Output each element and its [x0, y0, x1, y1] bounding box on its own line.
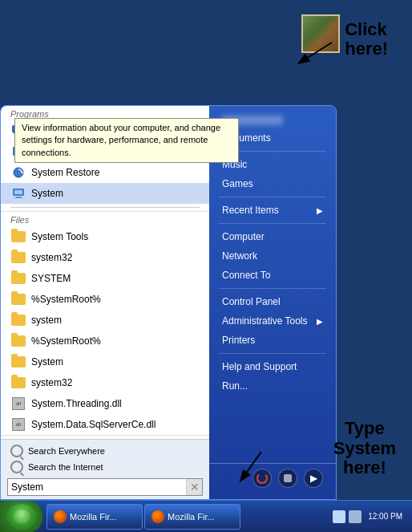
- right-item-arrow-recent: ▶: [317, 206, 323, 215]
- files-label: Files: [1, 212, 209, 226]
- right-item-connect-to[interactable]: Connect To: [209, 266, 336, 285]
- menu-item-system-title[interactable]: System: [1, 351, 209, 372]
- svg-rect-9: [14, 190, 22, 194]
- systray-item-2[interactable]: [349, 510, 362, 523]
- folder-icon-1: [10, 250, 26, 266]
- right-item-run[interactable]: Run...: [209, 376, 336, 396]
- search-clear-button[interactable]: ✕: [186, 479, 202, 495]
- firefox-icon-2: [151, 510, 164, 523]
- folder-icon-6: [10, 354, 26, 370]
- arrow-button[interactable]: ▶: [304, 469, 323, 488]
- right-item-network[interactable]: Network: [209, 246, 336, 266]
- type-here-annotation: Type System here!: [333, 419, 396, 477]
- folder-icon-3: [10, 291, 26, 307]
- user-thumbnail: [301, 14, 340, 53]
- dll-icon-1: dll: [10, 396, 26, 412]
- taskbar-item-firefox-1[interactable]: Mozilla Fir...: [46, 504, 143, 530]
- right-divider-5: [219, 353, 326, 354]
- taskbar-right: 12:00 PM: [326, 510, 412, 523]
- menu-item-system-restore[interactable]: System Restore: [1, 162, 209, 183]
- right-item-help-support[interactable]: Help and Support: [209, 357, 336, 376]
- taskbar-item-firefox-2[interactable]: Mozilla Fir...: [144, 504, 240, 530]
- clock: 12:00 PM: [365, 512, 406, 521]
- menu-item-system-data-sqlserverce[interactable]: dll System.Data.SqlServerCe.dll: [1, 414, 209, 435]
- search-everywhere-icon: [10, 445, 23, 457]
- menu-item-system-threading[interactable]: dll System.Threading.dll: [1, 393, 209, 414]
- dll-icon-2: dll: [10, 416, 26, 433]
- taskbar-items: Mozilla Fir... Mozilla Fir...: [43, 504, 326, 530]
- systray-item-1[interactable]: [333, 510, 345, 523]
- taskbar: Mozilla Fir... Mozilla Fir... 12:00 PM: [0, 500, 412, 532]
- folder-icon-7: [10, 375, 26, 391]
- folder-icon-0: [10, 229, 26, 245]
- firefox-icon-1: [54, 510, 67, 523]
- menu-item-system32-2[interactable]: system32: [1, 372, 209, 393]
- right-item-printers[interactable]: Printers: [209, 331, 336, 350]
- lock-button[interactable]: [278, 469, 297, 488]
- search-input-row[interactable]: ✕: [7, 478, 203, 496]
- left-panel: Programs System Configuration: [1, 106, 209, 499]
- right-item-control-panel[interactable]: Control Panel: [209, 292, 336, 311]
- search-bar: Search Everywhere Search the Internet ✕: [1, 439, 209, 499]
- right-item-admin-tools[interactable]: Administrative Tools ▶: [209, 311, 336, 331]
- folder-icon-4: [10, 312, 26, 328]
- search-internet-icon: [10, 461, 23, 473]
- user-avatar-image: [303, 16, 338, 51]
- right-item-games[interactable]: Games: [209, 174, 336, 193]
- right-divider-2: [219, 197, 326, 197]
- shutdown-row: ▶: [209, 463, 336, 493]
- right-item-computer[interactable]: Computer: [209, 227, 336, 246]
- menu-item-systemroot-2[interactable]: %SystemRoot%: [1, 331, 209, 351]
- computer-icon: [10, 185, 26, 201]
- menu-item-system-lower[interactable]: system: [1, 310, 209, 331]
- start-menu: Programs System Configuration: [0, 105, 337, 500]
- folder-icon-5: [10, 333, 26, 349]
- menu-item-system32-1[interactable]: system32: [1, 247, 209, 268]
- right-divider-3: [219, 223, 326, 224]
- files-section: Files System Tools system32 SYSTEM: [1, 211, 209, 435]
- menu-item-systemroot-1[interactable]: %SystemRoot%: [1, 289, 209, 310]
- divider-programs-files: [10, 207, 200, 208]
- search-everywhere-item[interactable]: Search Everywhere: [7, 443, 203, 459]
- menu-item-system[interactable]: System: [1, 183, 209, 204]
- search-internet-item[interactable]: Search the Internet: [7, 459, 203, 475]
- restore-icon: [10, 164, 26, 181]
- search-input[interactable]: [8, 479, 186, 495]
- right-divider-4: [219, 288, 326, 289]
- right-panel: Documents Music Games Recent Items ▶ Com…: [209, 106, 336, 499]
- shutdown-button[interactable]: [252, 469, 272, 488]
- start-button[interactable]: [0, 501, 43, 533]
- right-item-arrow-admin: ▶: [317, 317, 323, 326]
- svg-rect-11: [14, 197, 22, 198]
- right-item-recent-items[interactable]: Recent Items ▶: [209, 201, 336, 220]
- folder-icon-2: [10, 270, 26, 286]
- click-here-annotation: Click here!: [345, 20, 388, 59]
- start-orb: [6, 504, 37, 530]
- start-orb-inner: [13, 510, 30, 524]
- system-tooltip: View information about your computer, an…: [14, 118, 239, 163]
- menu-item-system-tools[interactable]: System Tools: [1, 226, 209, 247]
- menu-item-system-uppercase[interactable]: SYSTEM: [1, 268, 209, 289]
